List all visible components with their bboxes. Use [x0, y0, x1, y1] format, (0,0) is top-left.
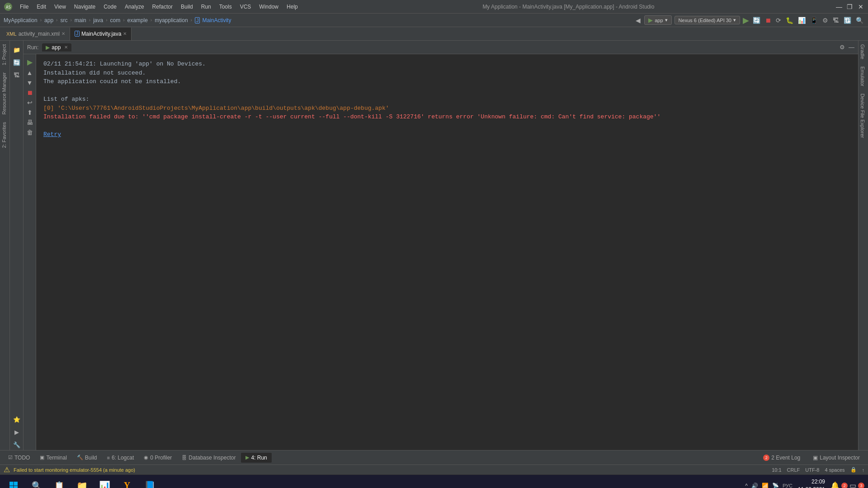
run-button[interactable]: ▶: [743, 15, 749, 25]
menu-vcs[interactable]: VCS: [236, 3, 255, 11]
tab-layout-inspector[interactable]: ▣ Layout Inspector: [808, 453, 864, 463]
sync-button[interactable]: ⟳: [775, 16, 782, 25]
taskbar-task-view[interactable]: 📋: [50, 476, 69, 488]
android-icon: ▶: [648, 17, 653, 23]
menu-run[interactable]: Run: [198, 3, 215, 11]
tab-activity-main-xml[interactable]: XML activity_main.xml ✕: [2, 28, 70, 40]
module-selector[interactable]: ▶ app ▾: [644, 15, 671, 25]
indent[interactable]: 4 spaces: [825, 467, 844, 473]
tab-logcat[interactable]: ≡ 6: Logcat: [103, 453, 139, 463]
close-run-tab-icon[interactable]: ✕: [64, 45, 68, 50]
scroll-down-icon[interactable]: ▼: [27, 79, 33, 86]
breadcrumb-example[interactable]: example: [127, 17, 148, 23]
menu-view[interactable]: View: [51, 3, 70, 11]
build-icon[interactable]: 🏗: [11, 70, 22, 80]
tab-build[interactable]: 🔨 Build: [72, 453, 102, 463]
menu-analyze[interactable]: Analyze: [121, 3, 148, 11]
notification-badge: 2: [841, 483, 848, 488]
breadcrumb-app[interactable]: app: [44, 17, 53, 23]
sidebar-item-device-file-explorer[interactable]: Device File Explorer: [859, 90, 868, 141]
run-settings-icon[interactable]: ⚙: [840, 44, 845, 51]
run-play-icon[interactable]: ▶: [27, 58, 33, 66]
find-action-button[interactable]: 🔍: [855, 16, 864, 25]
retry-link[interactable]: Retry: [43, 131, 61, 138]
tab-terminal[interactable]: ▣ Terminal: [35, 453, 71, 463]
sidebar-item-project[interactable]: 1: Project: [0, 41, 9, 69]
sidebar-item-resource-manager[interactable]: Resource Manager: [0, 69, 9, 118]
system-clock[interactable]: 22:09 11.02.2021: [798, 478, 825, 488]
clear-icon[interactable]: 🗑: [27, 129, 33, 136]
keyboard-lang[interactable]: РУС: [783, 483, 793, 488]
notification-icon[interactable]: 🔔: [830, 481, 840, 488]
tab-database-inspector[interactable]: 🗄 Database Inspector: [177, 453, 240, 463]
tab-profiler[interactable]: ◉ 0 Profiler: [139, 453, 176, 463]
minimize-button[interactable]: —: [835, 3, 843, 10]
breadcrumb-mainactivity[interactable]: J MainActivity: [195, 17, 231, 23]
tray-speaker-icon[interactable]: 🔊: [751, 483, 758, 488]
breadcrumb-myapplication2[interactable]: myapplication: [155, 17, 188, 23]
menu-file[interactable]: File: [16, 3, 32, 11]
encoding[interactable]: UTF-8: [805, 467, 819, 473]
menu-code[interactable]: Code: [100, 3, 120, 11]
wrap-output-icon[interactable]: ↩: [27, 99, 33, 106]
stop-button[interactable]: ⏹: [764, 16, 772, 25]
breadcrumb-arrow-1: ›: [40, 18, 42, 23]
breadcrumb-com[interactable]: com: [110, 17, 120, 23]
print-icon[interactable]: 🖶: [27, 119, 33, 126]
taskbar-edge[interactable]: 📘: [140, 476, 159, 488]
tab-run[interactable]: ▶ 4: Run: [241, 453, 271, 463]
taskbar-yandex[interactable]: Y: [118, 476, 137, 488]
project-structure-button[interactable]: 🏗: [832, 16, 840, 25]
favorites-icon[interactable]: ⭐: [11, 414, 22, 425]
close-tab-java-icon[interactable]: ✕: [123, 31, 127, 36]
avd-manager-button[interactable]: 📱: [809, 16, 819, 25]
import-icon[interactable]: ⬆: [27, 109, 33, 116]
tray-wifi-icon[interactable]: 📡: [772, 483, 779, 488]
gradle-sync-button[interactable]: 🔃: [843, 16, 852, 25]
menu-build[interactable]: Build: [177, 3, 197, 11]
tab-todo[interactable]: ☑ TODO: [4, 453, 34, 463]
taskbar-file-explorer[interactable]: 📁: [72, 476, 91, 488]
project-files-icon[interactable]: 📁: [11, 44, 22, 55]
tab-event-log[interactable]: 2 2 Event Log: [759, 453, 805, 463]
line-ending[interactable]: CRLF: [787, 467, 800, 473]
menu-help[interactable]: Help: [283, 3, 302, 11]
breadcrumb-main[interactable]: main: [75, 17, 86, 23]
breadcrumb-src[interactable]: src: [60, 17, 67, 23]
attach-debugger-button[interactable]: 🐛: [785, 16, 794, 25]
breadcrumb-java[interactable]: java: [93, 17, 103, 23]
scroll-up-icon[interactable]: ▲: [27, 69, 33, 76]
settings-sidebar-icon[interactable]: 🔧: [11, 439, 22, 450]
show-desktop-icon[interactable]: ▭: [849, 481, 856, 488]
sidebar-item-gradle[interactable]: Gradle: [859, 41, 868, 63]
device-selector[interactable]: Nexus 6 (Edited) API 30 ▾: [675, 16, 740, 24]
stop-run-icon[interactable]: ⏹: [27, 89, 33, 96]
close-button[interactable]: ✕: [857, 3, 864, 10]
rerun-button[interactable]: 🔄: [752, 16, 761, 25]
structure-icon[interactable]: 🔄: [11, 57, 22, 68]
profile-button[interactable]: 📊: [797, 16, 807, 25]
back-nav-icon[interactable]: ◀: [635, 16, 642, 25]
close-tab-xml-icon[interactable]: ✕: [61, 31, 65, 36]
tab-mainactivity-java[interactable]: J MainActivity.java ✕: [70, 28, 132, 40]
run-app-tab[interactable]: ▶ app ✕: [42, 43, 71, 52]
sidebar-item-favorites[interactable]: 2: Favorites: [0, 118, 9, 151]
tray-network-icon[interactable]: 📶: [762, 483, 769, 488]
run-minimize-icon[interactable]: —: [849, 44, 854, 51]
windows-start-button[interactable]: [4, 476, 24, 488]
tray-arrow-icon[interactable]: ^: [745, 483, 748, 488]
sidebar-item-emulator[interactable]: Emulator: [859, 63, 868, 90]
taskbar-search[interactable]: 🔍: [27, 476, 46, 488]
menu-tools[interactable]: Tools: [216, 3, 236, 11]
maximize-button[interactable]: ❐: [846, 3, 854, 10]
taskbar-excel[interactable]: 📊: [95, 476, 114, 488]
breadcrumb-myapplication[interactable]: MyApplication: [4, 17, 38, 23]
run-toolbar: ▶ ▲ ▼ ⏹ ↩ ⬆ 🖶 🗑: [24, 54, 36, 450]
menu-edit[interactable]: Edit: [33, 3, 50, 11]
sdk-manager-button[interactable]: ⚙: [821, 16, 829, 25]
menu-navigate[interactable]: Navigate: [71, 3, 99, 11]
menu-window[interactable]: Window: [255, 3, 282, 11]
run-icon-sidebar[interactable]: ▶: [11, 427, 22, 437]
menu-refactor[interactable]: Refactor: [149, 3, 176, 11]
breadcrumb-arrow-8: ›: [191, 18, 192, 23]
